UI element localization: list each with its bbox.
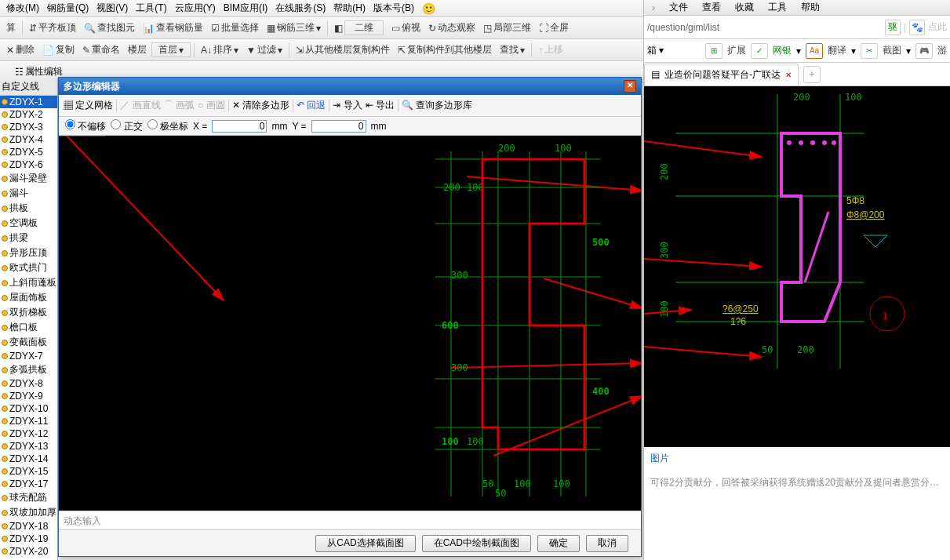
menu-version[interactable]: 版本号(B) [373, 2, 414, 15]
ortho-radio[interactable]: 正交 [111, 119, 142, 133]
tree-item[interactable]: 屋面饰板 [0, 290, 57, 305]
component-tree[interactable]: ZDYX-1ZDYX-2ZDYX-3ZDYX-4ZDYX-5ZDYX-6漏斗梁壁… [0, 96, 57, 560]
tree-item[interactable]: ZDYX-17 [0, 478, 57, 490]
polar-radio[interactable]: 极坐标 [147, 119, 188, 133]
ok-button[interactable]: 确定 [537, 535, 580, 552]
tree-item[interactable]: ZDYX-18 [0, 520, 57, 533]
tree-item[interactable]: 檐口板 [0, 320, 57, 335]
tree-item[interactable]: ZDYX-14 [0, 453, 57, 465]
ext-icon[interactable]: ⊞ [705, 43, 723, 59]
calc-button[interactable]: 算 [3, 20, 19, 36]
tree-item[interactable]: ZDYX-19 [0, 533, 57, 545]
browser-menu-fav[interactable]: 收藏 [735, 1, 754, 14]
tree-item[interactable]: 双折梯板 [0, 305, 57, 320]
menu-rebar[interactable]: 钢筋量(Q) [47, 2, 89, 15]
align-button[interactable]: ⇵平齐板顶 [26, 20, 79, 36]
menu-tools[interactable]: 工具(T) [136, 2, 166, 15]
batch-select-button[interactable]: ☑批量选择 [208, 20, 262, 36]
draw-circle-button[interactable]: ○ 画圆 [198, 99, 225, 112]
tree-item[interactable]: 欧式拱门 [0, 260, 57, 275]
tree-item[interactable]: 漏斗梁壁 [0, 171, 57, 186]
y-input[interactable] [311, 120, 366, 133]
rename-button[interactable]: ✎重命名 [79, 42, 123, 58]
view-rebar-button[interactable]: 📊查看钢筋量 [140, 20, 206, 36]
copy-button[interactable]: 📄复制 [39, 42, 78, 58]
export-button[interactable]: ⇤ 导出 [366, 99, 395, 112]
tree-item[interactable]: 球壳配筋 [0, 490, 57, 505]
floor-select[interactable]: 首层▾ [151, 42, 191, 57]
tree-item[interactable]: ZDYX-2 [0, 108, 57, 121]
view2d-button[interactable]: ◧二维 [331, 19, 387, 37]
tree-item[interactable]: ZDYX-15 [0, 465, 57, 478]
game-icon[interactable]: 🎮 [915, 43, 933, 59]
import-button[interactable]: ⇥ 导入 [333, 99, 362, 112]
cancel-button[interactable]: 取消 [586, 535, 628, 552]
bank-icon[interactable]: ✓ [751, 43, 768, 59]
address-text[interactable]: /question/giml/list [647, 22, 719, 33]
menu-cloud[interactable]: 云应用(Y) [175, 2, 216, 15]
dynamic-view-button[interactable]: ↻动态观察 [425, 20, 479, 36]
tree-item[interactable]: 多弧拱板 [0, 362, 57, 377]
site-badge-icon[interactable]: 驱 [885, 20, 901, 35]
delete-button[interactable]: ✕删除 [3, 42, 38, 58]
noshift-radio[interactable]: 不偏移 [65, 119, 106, 133]
menu-help[interactable]: 帮助(H) [333, 2, 366, 15]
menu-modify[interactable]: 修改(M) [6, 2, 39, 15]
browser-menu-view[interactable]: 查看 [702, 1, 721, 14]
tree-item[interactable]: ZDYX-12 [0, 427, 57, 440]
polygon-canvas[interactable]: 200 100 200 100 300 500 600 300 400 100 … [59, 136, 641, 511]
query-library-button[interactable]: 🔍 查询多边形库 [402, 99, 472, 112]
sort-button[interactable]: A↓排序▾ [198, 42, 242, 58]
search-button[interactable]: 查找▾ [497, 42, 528, 58]
close-icon[interactable]: ✕ [624, 80, 636, 93]
tree-item[interactable]: ZDYX-4 [0, 133, 57, 146]
undo-button[interactable]: ↶ 回退 [297, 99, 326, 112]
tree-item[interactable]: ZDYX-7 [0, 350, 57, 362]
tree-item[interactable]: ZDYX-20 [0, 545, 57, 558]
filter-button[interactable]: ▼过滤▾ [243, 42, 286, 58]
fullscreen-button[interactable]: ⛶全屏 [536, 20, 572, 36]
tree-item[interactable]: 变截面板 [0, 335, 57, 350]
clear-polygon-button[interactable]: ✕ 清除多边形 [232, 99, 289, 112]
define-grid-button[interactable]: ▦ 定义网格 [64, 99, 113, 112]
dialog-titlebar[interactable]: 多边形编辑器 ✕ [59, 78, 641, 95]
new-tab-button[interactable]: ＋ [803, 66, 821, 83]
menu-view[interactable]: 视图(V) [96, 2, 128, 15]
translate-icon[interactable]: Aa [806, 43, 823, 59]
rebar-3d-button[interactable]: ▦钢筋三维▾ [264, 20, 324, 36]
draw-in-cad-button[interactable]: 在CAD中绘制截面图 [422, 535, 531, 552]
image-label[interactable]: 图片 [650, 453, 669, 464]
tree-item[interactable]: 双坡加加厚 [0, 505, 57, 520]
x-input[interactable] [212, 120, 267, 133]
tree-item[interactable]: ZDYX-11 [0, 415, 57, 427]
draw-line-button[interactable]: ／ 画直线 [120, 99, 160, 112]
screenshot-icon[interactable]: ✂ [861, 43, 878, 59]
tree-item[interactable]: ZDYX-1 [0, 96, 57, 108]
tree-item[interactable]: 异形压顶 [0, 245, 57, 260]
browser-menu-tools[interactable]: 工具 [768, 1, 787, 14]
tree-item[interactable]: 拱板 [0, 201, 57, 216]
browser-menu-file[interactable]: 文件 [669, 1, 688, 14]
local-3d-button[interactable]: ◳局部三维 [480, 20, 534, 36]
tree-item[interactable]: 漏斗 [0, 186, 57, 201]
browser-menu-arrow-icon[interactable]: › [652, 2, 655, 13]
copy-to-floor-button[interactable]: ⇱复制构件到其他楼层 [395, 42, 495, 58]
perspective-button[interactable]: ▭俯视 [388, 20, 424, 36]
copy-from-floor-button[interactable]: ⇲从其他楼层复制构件 [293, 42, 393, 58]
tree-item[interactable]: 上斜雨蓬板 [0, 275, 57, 290]
tree-item[interactable]: ZDYX-8 [0, 377, 57, 390]
search-placeholder[interactable]: 点此 [928, 20, 947, 34]
tree-item[interactable]: 空调板 [0, 216, 57, 231]
tree-item[interactable]: ZDYX-6 [0, 158, 57, 171]
find-elem-button[interactable]: 🔍查找图元 [81, 20, 138, 36]
browser-tab[interactable]: ▤ 业造价问题答疑平台-广联达 ✕ [644, 64, 799, 85]
menu-bim[interactable]: BIM应用(I) [224, 2, 268, 15]
tree-item[interactable]: ZDYX-9 [0, 390, 57, 402]
emoji-icon[interactable]: 🙂 [422, 2, 435, 15]
draw-arc-button[interactable]: ⌒ 画弧 [164, 99, 195, 112]
from-cad-button[interactable]: 从CAD选择截面图 [315, 535, 415, 552]
tab-close-icon[interactable]: ✕ [785, 71, 792, 79]
dynamic-input-bar[interactable]: 动态输入 [59, 511, 641, 529]
move-up-button[interactable]: ↑上移 [535, 42, 566, 58]
paw-icon[interactable]: 🐾 [909, 20, 925, 35]
